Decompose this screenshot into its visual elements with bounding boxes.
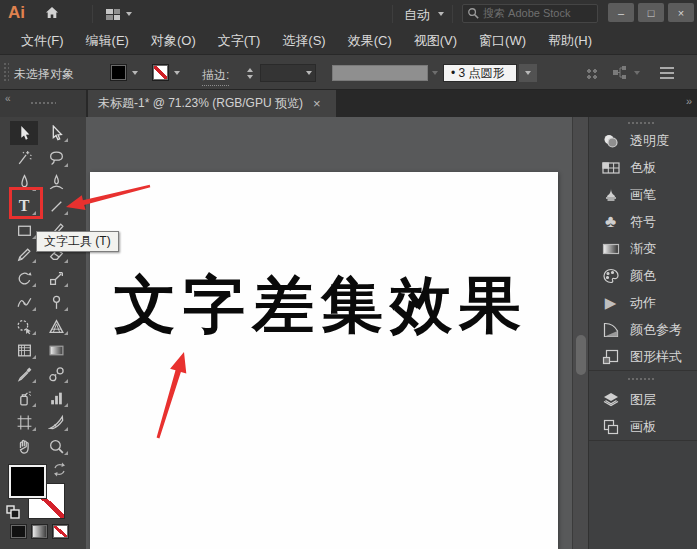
transparency-icon: [601, 132, 620, 150]
puppet-warp-tool[interactable]: [42, 290, 70, 314]
brush-definition-combo[interactable]: • 3 点圆形: [443, 64, 517, 82]
fill-color-swatch[interactable]: [110, 64, 127, 81]
selection-tool[interactable]: [10, 121, 38, 145]
vertical-scrollbar[interactable]: [572, 117, 588, 549]
shape-builder-tool[interactable]: [10, 314, 38, 338]
canvas-area[interactable]: 文字差集效果: [86, 117, 588, 549]
panel-button-graphic-styles[interactable]: 图形样式: [589, 343, 697, 370]
collapse-tools-icon[interactable]: «: [5, 93, 10, 104]
symbol-sprayer-tool[interactable]: [10, 386, 38, 410]
curvature-tool[interactable]: [42, 170, 70, 194]
panel-button-swatches[interactable]: 色板: [589, 154, 697, 181]
brush-dropdown-button[interactable]: [519, 64, 537, 82]
panel-button-actions[interactable]: ▶ 动作: [589, 289, 697, 316]
color-button[interactable]: [10, 524, 27, 539]
pen-tool[interactable]: [10, 170, 38, 194]
slice-tool[interactable]: [42, 410, 70, 434]
width-tool[interactable]: [10, 290, 38, 314]
eyedropper-tool[interactable]: [10, 362, 38, 386]
menu-view[interactable]: 视图(V): [403, 28, 468, 54]
menu-select[interactable]: 选择(S): [271, 28, 336, 54]
step-down-icon[interactable]: [247, 75, 253, 82]
mesh-tool[interactable]: [10, 338, 38, 362]
panel-button-symbols[interactable]: ♣ 符号: [589, 208, 697, 235]
default-fill-stroke-icon[interactable]: [6, 505, 20, 523]
chevron-down-icon: [525, 71, 531, 78]
chevron-down-icon: [432, 71, 438, 78]
artboards-icon: [601, 418, 620, 436]
maximize-button[interactable]: □: [638, 3, 664, 22]
illustrator-logo-icon: Ai: [8, 3, 25, 23]
close-tab-icon[interactable]: ×: [313, 96, 321, 111]
panel-button-color-guide[interactable]: 颜色参考: [589, 316, 697, 343]
lasso-tool[interactable]: [42, 146, 70, 170]
tools-panel-header: «: [0, 90, 86, 117]
none-button[interactable]: [52, 524, 69, 539]
zoom-tool[interactable]: [42, 434, 70, 458]
gradient-button[interactable]: [31, 524, 48, 539]
align-options-icon: [586, 68, 597, 79]
line-segment-tool[interactable]: [42, 194, 70, 218]
swap-fill-stroke-icon[interactable]: [52, 462, 67, 481]
shaper-tool[interactable]: [10, 242, 38, 266]
panel-grip[interactable]: [627, 121, 655, 126]
artboard[interactable]: 文字差集效果: [90, 172, 558, 549]
chevron-down-icon[interactable]: [174, 71, 180, 78]
hand-tool[interactable]: [10, 434, 38, 458]
arrange-documents-icon[interactable]: [106, 7, 122, 25]
tab-bar: « 未标题-1* @ 71.23% (RGB/GPU 预览) × »: [0, 90, 697, 117]
step-up-icon[interactable]: [247, 65, 253, 72]
expand-panels-icon[interactable]: »: [686, 95, 691, 107]
close-button[interactable]: ×: [668, 3, 694, 22]
stroke-weight-label[interactable]: 描边:: [202, 67, 229, 86]
menu-object[interactable]: 对象(O): [140, 28, 207, 54]
column-graph-tool[interactable]: [42, 386, 70, 410]
menu-help[interactable]: 帮助(H): [537, 28, 603, 54]
type-tool[interactable]: T: [10, 194, 38, 218]
stroke-weight-stepper[interactable]: [243, 63, 256, 83]
eraser-tool[interactable]: [42, 242, 70, 266]
gradient-tool[interactable]: [42, 338, 70, 362]
chevron-down-icon[interactable]: [132, 71, 138, 78]
panel-button-brushes[interactable]: 画笔: [589, 181, 697, 208]
artboard-tool[interactable]: [10, 410, 38, 434]
paintbrush-tool[interactable]: [42, 218, 70, 242]
stroke-weight-combo[interactable]: [260, 64, 316, 82]
blend-tool[interactable]: [42, 362, 70, 386]
search-placeholder: 搜索 Adobe Stock: [483, 6, 570, 21]
document-tab[interactable]: 未标题-1* @ 71.23% (RGB/GPU 预览) ×: [88, 90, 336, 117]
panel-menu-icon[interactable]: [660, 67, 674, 69]
scrollbar-thumb[interactable]: [576, 335, 586, 375]
control-bar: 未选择对象 描边: • 3 点圆形: [0, 54, 697, 90]
panel-button-layers[interactable]: 图层: [589, 386, 697, 413]
stroke-color-swatch[interactable]: [152, 64, 169, 81]
panel-grip[interactable]: [3, 62, 9, 83]
menu-file[interactable]: 文件(F): [10, 28, 75, 54]
menu-type[interactable]: 文字(T): [207, 28, 272, 54]
chevron-down-icon: [306, 71, 312, 78]
menu-edit[interactable]: 编辑(E): [75, 28, 140, 54]
auto-mode-dropdown[interactable]: 自动: [404, 6, 430, 24]
panel-button-transparency[interactable]: 透明度: [589, 127, 697, 154]
rotate-tool[interactable]: [10, 266, 38, 290]
panel-button-artboards[interactable]: 画板: [589, 413, 697, 440]
panel-grip[interactable]: [30, 101, 56, 106]
artboard-text[interactable]: 文字差集效果: [114, 263, 528, 347]
magic-wand-tool[interactable]: [10, 146, 38, 170]
direct-selection-tool[interactable]: [42, 121, 70, 145]
perspective-grid-tool[interactable]: [42, 314, 70, 338]
scale-tool[interactable]: [42, 266, 70, 290]
menu-effect[interactable]: 效果(C): [337, 28, 403, 54]
minimize-button[interactable]: –: [608, 3, 634, 22]
rectangle-tool[interactable]: [10, 218, 38, 242]
home-icon[interactable]: [44, 5, 60, 25]
stock-search-input[interactable]: 搜索 Adobe Stock: [462, 4, 598, 23]
panel-button-gradient[interactable]: 渐变: [589, 235, 697, 262]
panel-grip[interactable]: [627, 377, 655, 382]
chevron-down-icon[interactable]: [438, 12, 444, 19]
chevron-down-icon[interactable]: [126, 12, 132, 19]
fill-indicator[interactable]: [9, 465, 46, 498]
color-icon: [601, 267, 620, 285]
panel-button-color[interactable]: 颜色: [589, 262, 697, 289]
menu-window[interactable]: 窗口(W): [468, 28, 537, 54]
